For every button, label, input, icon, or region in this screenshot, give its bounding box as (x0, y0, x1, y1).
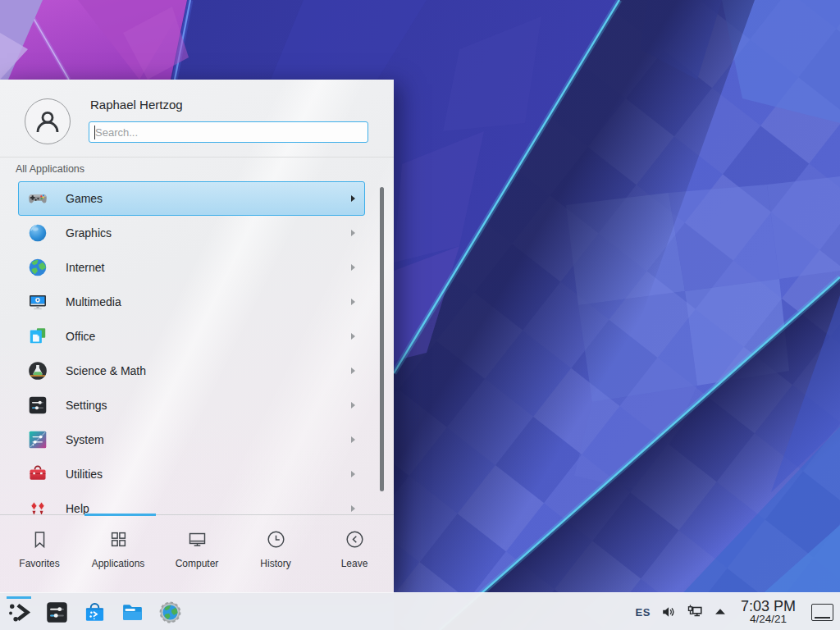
history-icon (265, 528, 287, 550)
user-avatar-icon (31, 105, 64, 138)
category-label: Science & Math (66, 364, 146, 377)
taskbar-app-web-browser[interactable] (157, 595, 184, 629)
volume-icon[interactable] (660, 603, 678, 621)
system-icon (27, 429, 48, 450)
user-avatar (25, 98, 71, 144)
submenu-arrow-icon (351, 436, 355, 443)
tab-leave[interactable]: Leave (315, 515, 394, 592)
task-manager (6, 593, 184, 630)
scrollbar[interactable] (380, 187, 384, 491)
search-field[interactable] (89, 121, 368, 143)
category-row-multimedia[interactable]: Multimedia (18, 285, 365, 319)
application-launcher-panel: Raphael Hertzog All Applications Games G… (0, 80, 394, 592)
utilities-icon (27, 463, 48, 485)
category-row-system[interactable]: System (18, 422, 365, 457)
tab-label: Computer (176, 558, 219, 569)
taskbar: ES 7:03 PM 4/24/21 (0, 592, 840, 630)
folder-icon (120, 600, 145, 625)
category-row-graphics[interactable]: Graphics (18, 216, 365, 250)
submenu-arrow-icon (351, 402, 355, 409)
category-row-internet[interactable]: Internet (18, 250, 365, 285)
tab-label: History (260, 558, 290, 569)
text-cursor (94, 126, 95, 139)
category-label: Internet (66, 261, 104, 274)
science-icon (27, 360, 48, 381)
submenu-arrow-icon (351, 195, 355, 202)
clock-time: 7:03 PM (741, 599, 796, 614)
system-tray: ES 7:03 PM 4/24/21 (636, 593, 837, 630)
submenu-arrow-icon (351, 505, 355, 512)
launcher-tab-bar: Favorites Applications Computer History … (0, 514, 394, 592)
applications-icon (107, 528, 130, 550)
discover-icon (82, 600, 107, 625)
section-label: All Applications (16, 163, 84, 175)
kickoff-icon (7, 600, 32, 625)
leave-icon (344, 528, 366, 550)
tab-history[interactable]: History (236, 515, 315, 592)
submenu-arrow-icon (351, 264, 355, 271)
category-label: Help (66, 502, 89, 514)
category-label: Graphics (66, 226, 112, 240)
multimedia-icon (27, 291, 48, 313)
help-icon (27, 498, 48, 514)
settings-icon (27, 395, 48, 416)
category-row-utilities[interactable]: Utilities (18, 457, 365, 491)
category-label: Office (66, 330, 95, 343)
internet-icon (27, 257, 48, 278)
category-row-office[interactable]: Office (18, 319, 365, 354)
submenu-arrow-icon (351, 333, 355, 340)
tab-favorites[interactable]: Favorites (0, 515, 79, 592)
category-row-help[interactable]: Help (18, 491, 365, 514)
tab-applications[interactable]: Applications (79, 515, 158, 592)
keyboard-layout-indicator[interactable]: ES (636, 606, 651, 619)
settings-icon (44, 600, 70, 625)
desktop: Raphael Hertzog All Applications Games G… (0, 0, 840, 630)
taskbar-app-discover[interactable] (81, 595, 108, 629)
digital-clock[interactable]: 7:03 PM 4/24/21 (741, 599, 796, 625)
category-label: Settings (66, 399, 107, 412)
network-icon[interactable] (686, 603, 704, 621)
submenu-arrow-icon (351, 299, 355, 305)
browser-globe-icon (158, 600, 183, 625)
header-separator (0, 157, 394, 158)
category-label: System (66, 433, 104, 446)
category-list: Games Graphics Internet Multimedia Offic… (0, 178, 394, 514)
office-icon (27, 326, 48, 347)
category-row-games[interactable]: Games (18, 181, 365, 216)
computer-icon (186, 528, 208, 550)
search-input[interactable] (89, 122, 368, 142)
expand-tray-caret-icon[interactable] (711, 603, 729, 621)
category-label: Games (66, 192, 103, 205)
show-desktop-button[interactable] (811, 604, 833, 621)
submenu-arrow-icon (351, 471, 355, 477)
active-tab-indicator (84, 514, 156, 516)
category-row-settings[interactable]: Settings (18, 388, 365, 422)
favorites-icon (29, 528, 51, 550)
taskbar-app-system-settings[interactable] (43, 595, 71, 629)
clock-date: 4/24/21 (741, 614, 796, 625)
user-name: Raphael Hertzog (90, 98, 183, 112)
games-icon (27, 188, 48, 209)
tab-label: Leave (341, 558, 368, 569)
submenu-arrow-icon (351, 368, 355, 374)
tab-label: Applications (92, 558, 145, 569)
graphics-icon (27, 222, 48, 244)
tab-label: Favorites (19, 558, 59, 569)
category-label: Multimedia (66, 295, 121, 308)
tab-computer[interactable]: Computer (158, 515, 236, 592)
category-label: Utilities (66, 468, 103, 481)
submenu-arrow-icon (351, 230, 355, 236)
taskbar-app-application-launcher[interactable] (6, 595, 33, 629)
taskbar-app-file-manager[interactable] (119, 595, 146, 629)
category-row-science-math[interactable]: Science & Math (18, 354, 365, 388)
